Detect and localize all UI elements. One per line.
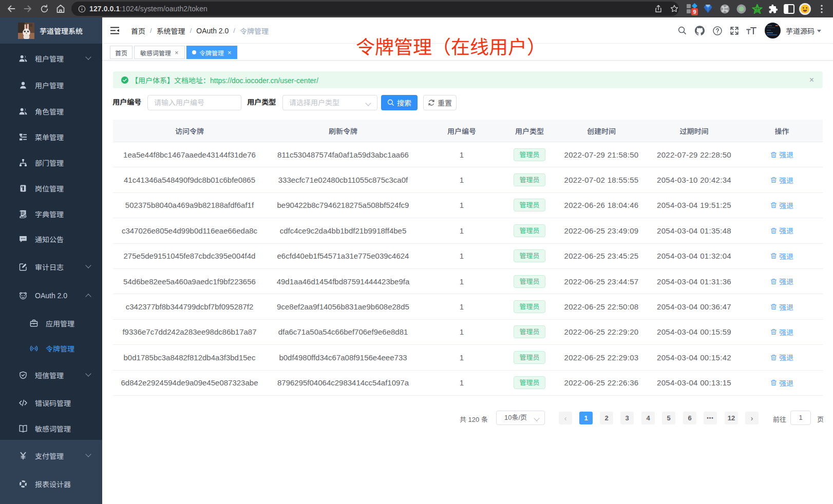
svg-text:9: 9 xyxy=(693,9,696,15)
